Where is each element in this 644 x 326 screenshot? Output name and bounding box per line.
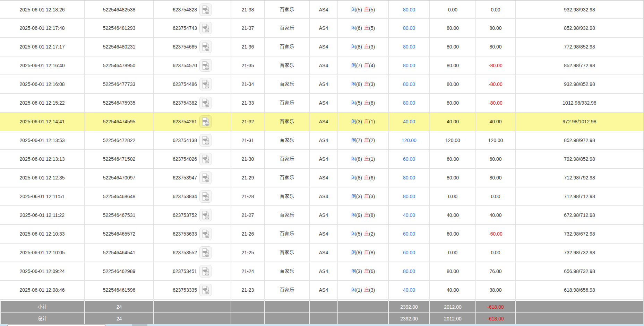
- table-row[interactable]: 2025-06-01 12:17:17 522546480231 6237546…: [0, 38, 643, 56]
- table-row[interactable]: 2025-06-01 12:12:35 522546470097 6237539…: [0, 169, 643, 187]
- game-result: 闲(9)庄(8): [337, 206, 388, 224]
- player-label: 闲: [351, 100, 356, 106]
- win-loss-amount: -60.00: [475, 225, 515, 243]
- balance: 852.98/972.98: [515, 131, 643, 149]
- table-code: AS4: [309, 187, 337, 205]
- bet-id: 522546462989: [84, 262, 153, 280]
- video-replay-icon: [201, 210, 210, 220]
- win-loss-amount: -80.00: [475, 75, 515, 93]
- valid-amount: 80.00: [429, 38, 475, 56]
- bet-id: 522546474595: [84, 113, 153, 131]
- video-replay-button[interactable]: [199, 3, 212, 16]
- player-label: 闲: [351, 249, 356, 256]
- player-points: (6): [356, 25, 362, 31]
- valid-amount: 0.00: [429, 1, 475, 18]
- bet-amount-link[interactable]: 80.00: [403, 100, 415, 106]
- table-row[interactable]: 2025-06-01 12:09:24 522546462989 6237534…: [0, 262, 643, 281]
- bet-amount-link[interactable]: 80.00: [403, 25, 415, 31]
- scrollbar-segment[interactable]: [132, 324, 147, 326]
- video-replay-button[interactable]: [199, 228, 212, 240]
- table-code: AS4: [309, 225, 337, 243]
- scrollbar-thumb[interactable]: [7, 324, 106, 326]
- video-replay-button[interactable]: [199, 41, 212, 53]
- video-replay-button[interactable]: [199, 246, 212, 259]
- bet-amount-link[interactable]: 80.00: [403, 175, 415, 180]
- horizontal-scrollbar[interactable]: [0, 324, 644, 326]
- player-points: (8): [356, 156, 362, 162]
- game-name: 百家乐: [264, 206, 309, 224]
- player-points: (7): [356, 63, 362, 68]
- game-result: 闲(3)庄(1): [337, 113, 388, 131]
- table-row[interactable]: 2025-06-01 12:13:13 522546471502 6237540…: [0, 150, 643, 169]
- round-serial: 623754828: [173, 7, 197, 12]
- bet-amount-link[interactable]: 80.00: [403, 63, 415, 68]
- bet-amount-link[interactable]: 80.00: [403, 81, 415, 87]
- bet-amount-link[interactable]: 60.00: [403, 231, 415, 237]
- table-row[interactable]: 2025-06-01 12:14:41 522546474595 6237542…: [0, 113, 643, 131]
- video-replay-button[interactable]: [199, 97, 212, 109]
- round-serial: 623754138: [173, 138, 197, 143]
- valid-amount: 40.00: [429, 206, 475, 224]
- balance: 732.98/672.98: [515, 225, 643, 243]
- table-row[interactable]: 2025-06-01 12:16:40 522546478950 6237545…: [0, 56, 643, 75]
- summary-label: 小计: [0, 301, 84, 312]
- round-serial: 623754026: [173, 156, 197, 162]
- video-replay-button[interactable]: [199, 78, 212, 90]
- table-row[interactable]: 2025-06-01 12:16:08 522546477733 6237544…: [0, 75, 643, 94]
- player-points: (5): [356, 100, 362, 106]
- table-row[interactable]: 2025-06-01 12:08:46 522546461596 6237533…: [0, 281, 643, 300]
- game-name: 百家乐: [264, 187, 309, 205]
- table-row[interactable]: 2025-06-01 12:11:51 522546468648 6237538…: [0, 187, 643, 206]
- bet-id: 522546478950: [84, 56, 153, 74]
- table-row[interactable]: 2025-06-01 12:11:22 522546467531 6237537…: [0, 206, 643, 225]
- player-label: 闲: [351, 62, 356, 69]
- bet-amount-link[interactable]: 120.00: [402, 138, 417, 143]
- banker-label: 庄: [364, 7, 369, 13]
- player-label: 闲: [351, 212, 356, 218]
- table-code: AS4: [309, 113, 337, 131]
- bet-id: 522546468648: [84, 187, 153, 205]
- video-replay-icon: [201, 248, 210, 257]
- banker-label: 庄: [364, 81, 369, 87]
- bet-amount-link[interactable]: 40.00: [403, 119, 415, 124]
- table-row[interactable]: 2025-06-01 12:13:53 522546472822 6237541…: [0, 131, 643, 150]
- banker-points: (5): [369, 25, 375, 31]
- video-replay-icon: [201, 266, 210, 276]
- balance: 732.98/732.98: [515, 244, 643, 262]
- bet-time: 2025-06-01 12:11:22: [0, 206, 84, 224]
- video-replay-button[interactable]: [199, 284, 212, 296]
- table-row[interactable]: 2025-06-01 12:15:22 522546475935 6237543…: [0, 94, 643, 113]
- bet-amount-link[interactable]: 80.00: [403, 44, 415, 50]
- bet-time: 2025-06-01 12:10:05: [0, 244, 84, 262]
- table-row[interactable]: 2025-06-01 12:17:48 522546481293 6237547…: [0, 19, 643, 38]
- video-replay-button[interactable]: [199, 59, 212, 72]
- banker-points: (1): [369, 119, 375, 124]
- banker-label: 庄: [364, 249, 369, 256]
- video-replay-button[interactable]: [199, 265, 212, 277]
- video-replay-button[interactable]: [199, 153, 212, 165]
- bet-amount-link[interactable]: 40.00: [403, 287, 415, 293]
- video-replay-button[interactable]: [199, 190, 212, 203]
- video-replay-button[interactable]: [199, 134, 212, 147]
- win-loss-amount: 38.00: [475, 281, 515, 299]
- bet-amount-link[interactable]: 60.00: [403, 250, 415, 255]
- banker-label: 庄: [364, 175, 369, 181]
- bet-amount-link[interactable]: 80.00: [403, 194, 415, 199]
- bet-amount-link[interactable]: 40.00: [403, 212, 415, 218]
- bet-amount-link[interactable]: 80.00: [403, 7, 415, 12]
- table-row[interactable]: 2025-06-01 12:18:26 522546482538 6237548…: [0, 1, 643, 19]
- video-replay-button[interactable]: [199, 22, 212, 34]
- video-replay-button[interactable]: [199, 209, 212, 221]
- bet-time: 2025-06-01 12:13:53: [0, 131, 84, 149]
- player-points: (8): [356, 175, 362, 180]
- video-replay-button[interactable]: [199, 115, 212, 128]
- video-replay-button[interactable]: [199, 171, 212, 184]
- banker-points: (8): [369, 100, 375, 106]
- bet-amount-link[interactable]: 60.00: [403, 156, 415, 162]
- table-row[interactable]: 2025-06-01 12:10:05 522546464541 6237535…: [0, 244, 643, 262]
- table-code: AS4: [309, 244, 337, 262]
- video-replay-icon: [201, 229, 210, 239]
- valid-amount: 120.00: [429, 131, 475, 149]
- table-row[interactable]: 2025-06-01 12:10:33 522546465572 6237536…: [0, 225, 643, 244]
- bet-amount-link[interactable]: 80.00: [403, 268, 415, 274]
